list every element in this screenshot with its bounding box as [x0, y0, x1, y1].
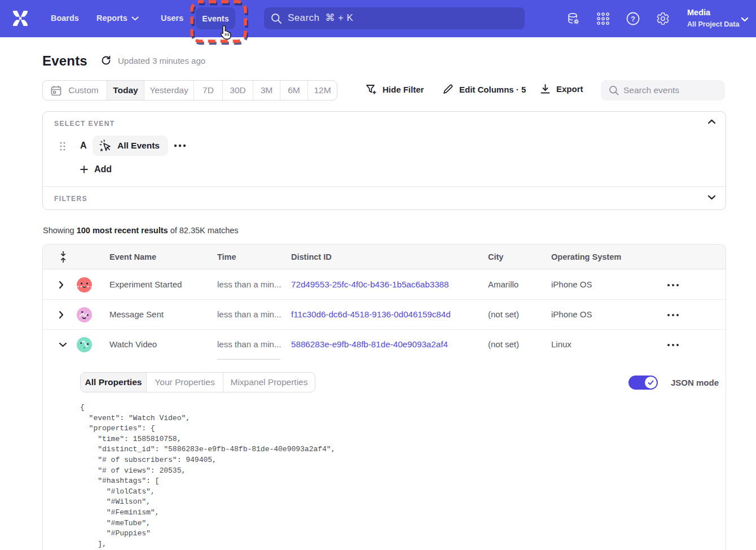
svg-text:?: ? — [631, 15, 635, 23]
